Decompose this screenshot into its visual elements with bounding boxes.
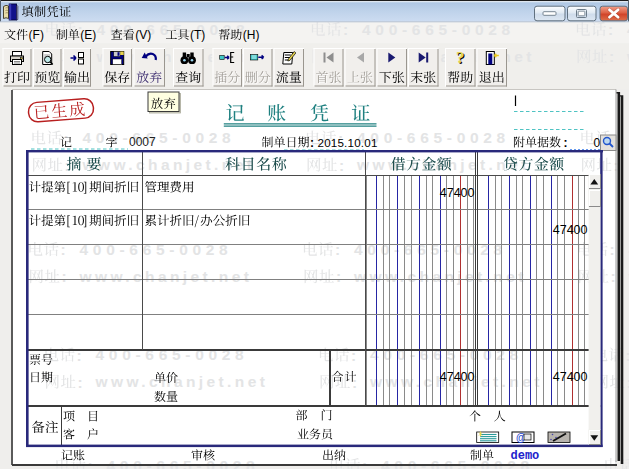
svg-text:47400: 47400 xyxy=(553,370,588,384)
svg-text:www.chanjet.net: www.chanjet.net xyxy=(353,268,527,285)
svg-text::: : xyxy=(626,347,629,364)
svg-text:www.chanjet.net: www.chanjet.net xyxy=(79,268,253,285)
svg-text::: : xyxy=(610,241,615,258)
svg-text:0: 0 xyxy=(594,136,601,150)
svg-text:400-665-0028: 400-665-0028 xyxy=(96,346,249,363)
svg-text::: : xyxy=(339,157,344,174)
svg-text:demo: demo xyxy=(511,449,540,463)
svg-text::: : xyxy=(351,347,356,364)
svg-text:400-665-0028: 400-665-0028 xyxy=(362,21,515,38)
svg-text::: : xyxy=(335,241,340,258)
svg-text::: : xyxy=(78,374,83,391)
svg-text::: : xyxy=(611,268,616,285)
svg-text:(V): (V) xyxy=(135,28,151,42)
svg-text:(E): (E) xyxy=(80,28,96,42)
svg-text::: : xyxy=(564,136,568,150)
svg-text::: : xyxy=(310,136,314,150)
svg-text::: : xyxy=(609,48,614,65)
svg-text:(F): (F) xyxy=(29,28,44,42)
svg-text:2015.10.01: 2015.10.01 xyxy=(318,136,378,149)
svg-text::: : xyxy=(343,21,348,38)
svg-text:47400: 47400 xyxy=(440,186,475,200)
svg-text::: : xyxy=(608,21,613,38)
svg-text::: : xyxy=(362,457,367,469)
svg-text:400-665-0028: 400-665-0028 xyxy=(107,457,260,469)
svg-text::: : xyxy=(61,241,66,258)
svg-text:0007: 0007 xyxy=(129,135,156,149)
svg-text:400-665-0028: 400-665-0028 xyxy=(80,241,233,258)
svg-text::: : xyxy=(352,374,357,391)
svg-text::: : xyxy=(64,130,69,147)
svg-text:400-665-0028: 400-665-0028 xyxy=(83,129,236,146)
svg-text:www.chanjet.net: www.chanjet.net xyxy=(95,373,269,390)
svg-text:400-665-0028: 400-665-0028 xyxy=(357,129,510,146)
svg-text:47400: 47400 xyxy=(553,223,588,237)
svg-text::: : xyxy=(62,268,67,285)
svg-text:(H): (H) xyxy=(243,28,260,42)
svg-text:47400: 47400 xyxy=(440,370,475,384)
svg-text::: : xyxy=(336,268,341,285)
svg-text:(T): (T) xyxy=(190,28,205,42)
svg-text:?: ? xyxy=(456,48,465,67)
svg-text::: : xyxy=(88,457,93,469)
svg-text::: : xyxy=(77,347,82,364)
